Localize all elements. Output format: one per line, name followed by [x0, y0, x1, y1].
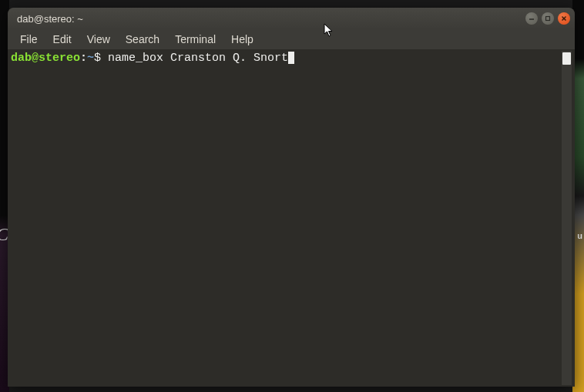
close-button[interactable] [558, 12, 570, 25]
close-icon [561, 15, 567, 22]
menu-help[interactable]: Help [225, 31, 260, 48]
menu-search[interactable]: Search [119, 31, 166, 48]
prompt-dollar: $ [94, 52, 101, 65]
menu-terminal[interactable]: Terminal [169, 31, 222, 48]
maximize-button[interactable] [542, 12, 554, 25]
window-controls [525, 12, 570, 25]
menu-file[interactable]: File [14, 31, 44, 48]
svg-rect-1 [546, 17, 550, 21]
menu-view[interactable]: View [81, 31, 116, 48]
menu-edit[interactable]: Edit [47, 31, 78, 48]
scrollbar[interactable] [562, 51, 572, 385]
titlebar[interactable]: dab@stereo: ~ [8, 8, 575, 29]
command-input: name_box Cranston Q. Snort [108, 52, 288, 65]
maximize-icon [545, 15, 551, 22]
text-cursor [288, 52, 294, 64]
terminal-body[interactable]: dab@stereo:~$ name_box Cranston Q. Snort [8, 49, 575, 387]
terminal-window: dab@stereo: ~ File Edit View Search Term… [8, 8, 575, 387]
bg-text-right: u [577, 231, 582, 240]
window-title: dab@stereo: ~ [17, 13, 83, 25]
prompt-path: ~ [87, 52, 94, 65]
minimize-button[interactable] [525, 12, 538, 25]
terminal-content[interactable]: dab@stereo:~$ name_box Cranston Q. Snort [11, 51, 562, 385]
prompt-user-host: dab@stereo [11, 52, 80, 65]
prompt-colon: : [80, 52, 87, 65]
minimize-icon [529, 15, 535, 22]
scroll-thumb[interactable] [562, 52, 571, 65]
menubar: File Edit View Search Terminal Help [8, 29, 575, 49]
